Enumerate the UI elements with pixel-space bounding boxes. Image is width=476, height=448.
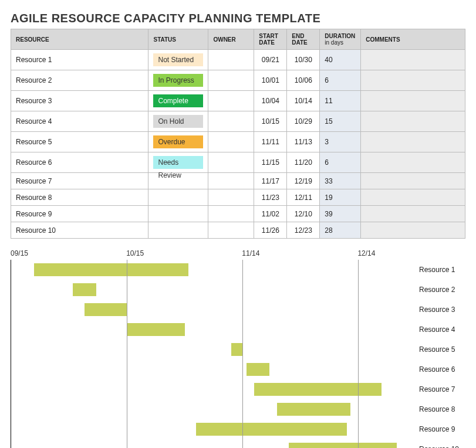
cell-duration[interactable]: 3 bbox=[320, 132, 361, 152]
cell-owner[interactable] bbox=[208, 152, 254, 173]
cell-end-date[interactable]: 12/11 bbox=[287, 189, 320, 206]
cell-comments[interactable] bbox=[361, 152, 465, 173]
cell-resource[interactable]: Resource 10 bbox=[11, 222, 148, 239]
gantt-bar bbox=[289, 443, 397, 448]
cell-status[interactable]: Needs Review bbox=[148, 152, 208, 173]
cell-duration[interactable]: 6 bbox=[320, 152, 361, 173]
gantt-tick-label: 11/14 bbox=[242, 249, 259, 257]
cell-owner[interactable] bbox=[208, 132, 254, 152]
cell-status[interactable]: Not Started bbox=[148, 50, 208, 70]
cell-end-date[interactable]: 10/14 bbox=[287, 91, 320, 111]
cell-comments[interactable] bbox=[361, 222, 465, 239]
cell-resource[interactable]: Resource 2 bbox=[11, 70, 148, 91]
cell-start-date[interactable]: 09/21 bbox=[254, 50, 287, 70]
cell-duration[interactable]: 11 bbox=[320, 91, 361, 111]
cell-status[interactable]: On Hold bbox=[148, 111, 208, 132]
gantt-row-label: Resource 8 bbox=[419, 399, 466, 419]
col-owner: OWNER bbox=[208, 29, 254, 50]
cell-owner[interactable] bbox=[208, 189, 254, 206]
col-end: END DATE bbox=[287, 29, 320, 50]
gantt-row: Resource 3 bbox=[11, 300, 416, 320]
table-header-row: RESOURCE STATUS OWNER START DATE END DAT… bbox=[11, 29, 465, 50]
gantt-row-label: Resource 2 bbox=[419, 280, 466, 300]
cell-end-date[interactable]: 12/19 bbox=[287, 173, 320, 189]
gantt-row-label: Resource 4 bbox=[419, 320, 466, 340]
gantt-bar bbox=[34, 263, 188, 276]
cell-start-date[interactable]: 11/15 bbox=[254, 152, 287, 173]
cell-owner[interactable] bbox=[208, 91, 254, 111]
cell-start-date[interactable]: 10/01 bbox=[254, 70, 287, 91]
cell-resource[interactable]: Resource 3 bbox=[11, 91, 148, 111]
table-row: Resource 1Not Started09/2110/3040 bbox=[11, 50, 465, 70]
cell-end-date[interactable]: 11/13 bbox=[287, 132, 320, 152]
cell-resource[interactable]: Resource 4 bbox=[11, 111, 148, 132]
col-resource: RESOURCE bbox=[11, 29, 148, 50]
cell-resource[interactable]: Resource 6 bbox=[11, 152, 148, 173]
cell-end-date[interactable]: 10/30 bbox=[287, 50, 320, 70]
table-row: Resource 1011/2612/2328 bbox=[11, 222, 465, 239]
gantt-tick-label: 12/14 bbox=[357, 249, 375, 257]
cell-start-date[interactable]: 11/17 bbox=[254, 173, 287, 189]
cell-start-date[interactable]: 10/04 bbox=[254, 91, 287, 111]
cell-end-date[interactable]: 11/20 bbox=[287, 152, 320, 173]
cell-start-date[interactable]: 11/11 bbox=[254, 132, 287, 152]
gantt-row: Resource 8 bbox=[11, 399, 416, 419]
cell-owner[interactable] bbox=[208, 222, 254, 239]
cell-owner[interactable] bbox=[208, 70, 254, 91]
cell-duration[interactable]: 19 bbox=[320, 189, 361, 206]
cell-duration[interactable]: 28 bbox=[320, 222, 361, 239]
cell-resource[interactable]: Resource 7 bbox=[11, 173, 148, 189]
gantt-bar bbox=[85, 303, 127, 316]
gantt-row-label: Resource 5 bbox=[419, 340, 466, 359]
cell-resource[interactable]: Resource 8 bbox=[11, 189, 148, 206]
cell-resource[interactable]: Resource 5 bbox=[11, 132, 148, 152]
cell-status[interactable]: In Progress bbox=[148, 70, 208, 91]
cell-comments[interactable] bbox=[361, 70, 465, 91]
cell-start-date[interactable]: 11/23 bbox=[254, 189, 287, 206]
cell-comments[interactable] bbox=[361, 111, 465, 132]
cell-comments[interactable] bbox=[361, 189, 465, 206]
cell-owner[interactable] bbox=[208, 206, 254, 222]
cell-end-date[interactable]: 10/06 bbox=[287, 70, 320, 91]
gantt-tick-label: 10/15 bbox=[126, 249, 144, 257]
table-row: Resource 811/2312/1119 bbox=[11, 189, 465, 206]
cell-comments[interactable] bbox=[361, 206, 465, 222]
gantt-row: Resource 4 bbox=[11, 320, 416, 340]
gantt-gridline bbox=[358, 260, 359, 448]
cell-status[interactable] bbox=[148, 222, 208, 239]
status-chip: In Progress bbox=[153, 74, 203, 87]
col-comments: COMMENTS bbox=[361, 29, 465, 50]
cell-duration[interactable]: 33 bbox=[320, 173, 361, 189]
cell-duration[interactable]: 40 bbox=[320, 50, 361, 70]
cell-resource[interactable]: Resource 9 bbox=[11, 206, 148, 222]
cell-duration[interactable]: 39 bbox=[320, 206, 361, 222]
gantt-row: Resource 9 bbox=[11, 419, 416, 439]
gantt-row: Resource 5 bbox=[11, 340, 416, 359]
cell-resource[interactable]: Resource 1 bbox=[11, 50, 148, 70]
cell-end-date[interactable]: 12/10 bbox=[287, 206, 320, 222]
status-chip: Complete bbox=[153, 94, 203, 107]
gantt-row: Resource 7 bbox=[11, 379, 416, 399]
cell-status[interactable]: Complete bbox=[148, 91, 208, 111]
cell-status[interactable] bbox=[148, 206, 208, 222]
cell-owner[interactable] bbox=[208, 111, 254, 132]
cell-duration[interactable]: 6 bbox=[320, 70, 361, 91]
gantt-tick-label: 09/15 bbox=[11, 249, 28, 257]
cell-comments[interactable] bbox=[361, 91, 465, 111]
cell-comments[interactable] bbox=[361, 50, 465, 70]
cell-end-date[interactable]: 10/29 bbox=[287, 111, 320, 132]
cell-comments[interactable] bbox=[361, 173, 465, 189]
resource-table: RESOURCE STATUS OWNER START DATE END DAT… bbox=[11, 29, 465, 239]
cell-status[interactable] bbox=[148, 189, 208, 206]
status-chip: Not Started bbox=[153, 53, 203, 66]
cell-end-date[interactable]: 12/23 bbox=[287, 222, 320, 239]
gantt-bar bbox=[277, 403, 350, 416]
cell-start-date[interactable]: 11/26 bbox=[254, 222, 287, 239]
cell-start-date[interactable]: 11/02 bbox=[254, 206, 287, 222]
cell-owner[interactable] bbox=[208, 173, 254, 189]
cell-comments[interactable] bbox=[361, 132, 465, 152]
cell-start-date[interactable]: 10/15 bbox=[254, 111, 287, 132]
cell-owner[interactable] bbox=[208, 50, 254, 70]
cell-duration[interactable]: 15 bbox=[320, 111, 361, 132]
cell-status[interactable]: Overdue bbox=[148, 132, 208, 152]
